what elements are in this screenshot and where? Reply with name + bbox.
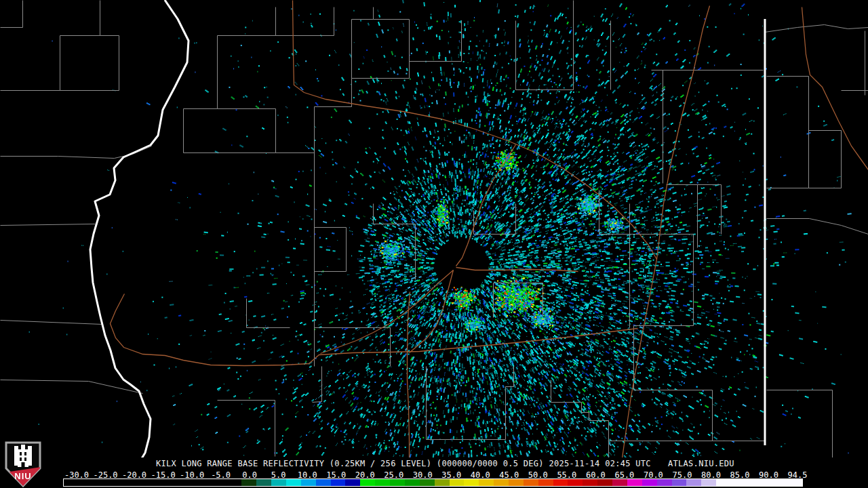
- logo-niu-text: NIU: [14, 471, 31, 481]
- attribution-text: ATLAS.NIU.EDU: [668, 459, 734, 468]
- product-caption: KILX LONG RANGE BASE REFLECTIVITY (0.25K…: [156, 459, 651, 468]
- niu-logo: NIU: [5, 441, 41, 487]
- reflectivity-colorbar: [63, 479, 803, 487]
- radar-map-canvas: [0, 0, 868, 458]
- radar-app-window: KILX LONG RANGE BASE REFLECTIVITY (0.25K…: [0, 0, 868, 488]
- caption-row: KILX LONG RANGE BASE REFLECTIVITY (0.25K…: [0, 459, 868, 468]
